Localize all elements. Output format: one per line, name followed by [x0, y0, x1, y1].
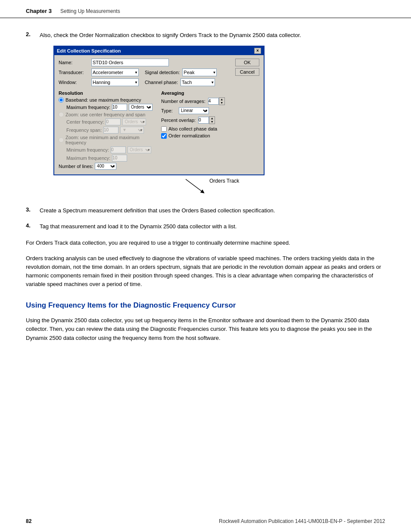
channel-phase-select[interactable]: Tach — [181, 78, 215, 86]
freq-span-input[interactable] — [103, 127, 118, 134]
max-freq2-row: Maximum frequency: — [59, 155, 157, 162]
max-freq2-input[interactable] — [112, 155, 127, 162]
cancel-button[interactable]: Cancel — [235, 68, 259, 76]
window-select-wrap: Hanning — [91, 78, 139, 86]
section-heading: Using Frequency Items for the Diagnostic… — [26, 301, 385, 310]
section-paragraph: Using the Dynamix 2500 data collector, y… — [26, 316, 385, 342]
transducer-label: Transducer: — [59, 70, 89, 75]
averaging-title: Averaging — [161, 90, 259, 96]
paragraph-1: For Orders Track data collection, you ar… — [26, 239, 385, 247]
caption-text: Orders Track — [209, 178, 239, 184]
averaging-section: Averaging Number of averages: ▲ ▼ — [161, 90, 259, 171]
num-averages-input[interactable] — [208, 98, 219, 105]
dialog-titlebar: Edit Collection Specification × — [54, 47, 264, 55]
caption-area: Orders Track — [67, 177, 385, 194]
also-collect-row: Also collect phase data — [161, 126, 259, 132]
chapter-label: Chapter 3 — [26, 8, 52, 14]
num-averages-spinner: ▲ ▼ — [208, 97, 225, 105]
dialog-main-area: Resolution Baseband: use maximum frequen… — [59, 90, 259, 171]
paragraph-2: Orders tracking analysis can be used eff… — [26, 254, 385, 289]
dialog-title: Edit Collection Specification — [57, 48, 121, 53]
transducer-select[interactable]: Accelerometer — [91, 68, 139, 76]
zoom-center-radio[interactable] — [59, 112, 64, 117]
page-content: 2. Also, check the Order Normalization c… — [0, 18, 411, 367]
dialog-body: Name: Transducer: Accelerometer — [54, 55, 264, 174]
baseband-radio[interactable] — [59, 97, 64, 103]
dialog-container: Edit Collection Specification × Name: — [53, 46, 385, 194]
baseband-label: Baseband: use maximum frequency — [65, 97, 141, 103]
footer-page-number: 82 — [26, 518, 31, 524]
window-select[interactable]: Hanning — [91, 78, 139, 86]
ok-button[interactable]: OK — [235, 59, 259, 66]
signal-detection-label: Signal detection: — [145, 70, 180, 75]
name-input[interactable] — [91, 59, 169, 66]
percent-overlap-down[interactable]: ▼ — [209, 120, 215, 124]
step-3-number: 3. — [26, 206, 34, 215]
center-freq-label: Center frequency: — [66, 119, 104, 124]
freq-span-unit-select[interactable]: ▼ — [120, 127, 144, 134]
num-lines-label: Number of lines: — [59, 164, 93, 169]
step-2-text: Also, check the Order Normalization chec… — [40, 32, 301, 38]
zoom-minmax-radio-row: Zoom: use minimum and maximum frequency — [59, 135, 157, 145]
chapter-subtitle: Setting Up Measurements — [60, 8, 120, 14]
channel-phase-label: Channel phase: — [145, 80, 178, 85]
min-freq-unit-wrap: Orders — [128, 146, 151, 153]
order-norm-label: Order normalization — [168, 133, 210, 138]
center-freq-input[interactable] — [106, 118, 121, 125]
step-4-text: Tag that measurement and load it to the … — [40, 222, 385, 231]
also-collect-label: Also collect phase data — [168, 126, 217, 131]
center-freq-row: Center frequency: Orders — [59, 118, 157, 125]
num-averages-down[interactable]: ▼ — [219, 101, 224, 105]
percent-overlap-row: Percent overlap: ▲ ▼ — [161, 116, 259, 124]
resolution-title: Resolution — [59, 90, 157, 96]
num-averages-spinner-btns: ▲ ▼ — [219, 97, 225, 105]
resolution-section: Resolution Baseband: use maximum frequen… — [59, 90, 157, 171]
step-4-number: 4. — [26, 222, 34, 231]
type-row: Type: Linear — [161, 107, 259, 114]
percent-overlap-up[interactable]: ▲ — [209, 117, 215, 120]
num-lines-select[interactable]: 400 — [95, 163, 116, 170]
min-freq-label: Minimum frequency: — [66, 147, 109, 152]
signal-detection-select[interactable]: Peak — [182, 68, 217, 76]
edit-collection-dialog: Edit Collection Specification × Name: — [53, 46, 265, 175]
dialog-buttons: OK Cancel — [235, 59, 259, 76]
signal-detection-select-wrap: Peak — [182, 68, 217, 76]
name-label: Name: — [59, 60, 89, 65]
name-row: Name: — [59, 59, 233, 66]
also-collect-checkbox[interactable] — [161, 126, 167, 132]
type-select[interactable]: Linear — [179, 107, 209, 114]
num-lines-row: Number of lines: 400 — [59, 163, 157, 170]
zoom-center-radio-row: Zoom: use center frequency and span — [59, 112, 157, 117]
window-row: Window: Hanning Channel phase: — [59, 78, 233, 86]
zoom-minmax-radio[interactable] — [59, 137, 64, 143]
step-4: 4. Tag that measurement and load it to t… — [26, 222, 385, 231]
zoom-center-label: Zoom: use center frequency and span — [65, 112, 145, 117]
num-lines-select-wrap: 400 — [95, 163, 116, 170]
orders-track-arrow-icon — [184, 177, 209, 194]
center-freq-unit-wrap: Orders — [122, 118, 146, 125]
step-3-text: Create a Spectrum measurement definition… — [40, 206, 385, 215]
channel-phase-select-wrap: Tach — [181, 78, 215, 86]
min-freq-unit-select[interactable]: Orders — [128, 146, 151, 153]
max-freq-unit-select[interactable]: Orders — [129, 104, 153, 111]
max-freq-input[interactable] — [112, 104, 127, 111]
freq-span-label: Frequency span: — [66, 128, 102, 133]
page-footer: 82 Rockwell Automation Publication 1441-… — [0, 518, 411, 524]
num-averages-up[interactable]: ▲ — [219, 98, 224, 101]
page-header: Chapter 3 Setting Up Measurements — [0, 0, 411, 18]
order-norm-checkbox[interactable] — [161, 133, 167, 139]
min-freq-row: Minimum frequency: Orders — [59, 146, 157, 153]
max-freq2-label: Maximum frequency: — [66, 156, 110, 161]
freq-span-unit-wrap: ▼ — [120, 127, 144, 134]
max-freq-row: Maximum frequency: Orders — [59, 104, 157, 111]
dialog-close-button[interactable]: × — [254, 48, 261, 54]
percent-overlap-input[interactable] — [198, 117, 209, 124]
transducer-select-wrap: Accelerometer — [91, 68, 139, 76]
percent-overlap-spinner: ▲ ▼ — [198, 116, 215, 124]
min-freq-input[interactable] — [111, 146, 126, 153]
center-freq-unit-select[interactable]: Orders — [122, 118, 146, 125]
max-freq-unit-wrap: Orders — [129, 104, 153, 111]
transducer-row: Transducer: Accelerometer Signal detecti… — [59, 68, 233, 76]
max-freq-label: Maximum frequency: — [66, 105, 110, 110]
baseband-radio-row: Baseband: use maximum frequency — [59, 97, 157, 103]
